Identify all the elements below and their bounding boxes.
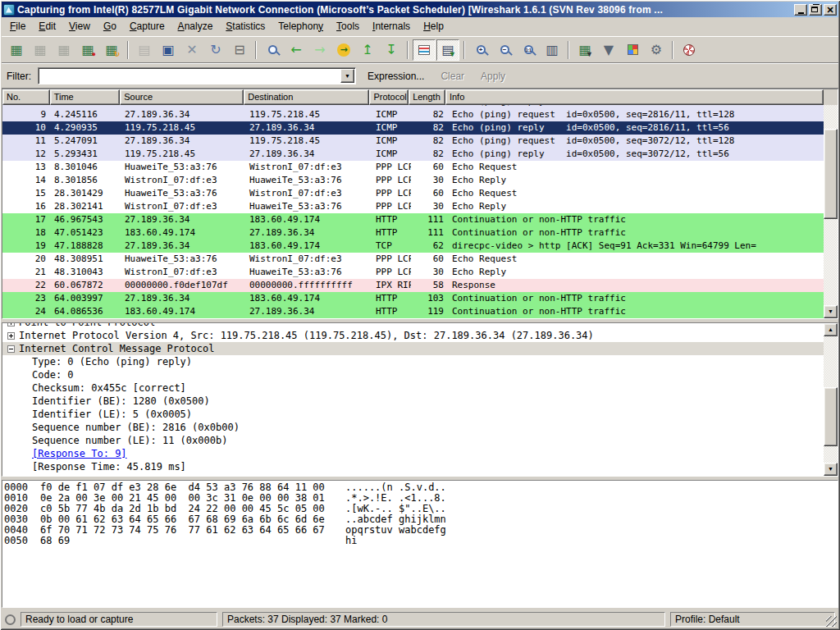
hex-line[interactable]: 00406f 70 71 72 73 74 75 76 77 61 62 63 …	[4, 525, 838, 536]
zoom-out-button[interactable]: −	[493, 39, 516, 61]
go-bottom-icon: ↧	[386, 43, 396, 57]
file-close-button[interactable]: ✕	[180, 39, 203, 61]
restore-button[interactable]	[809, 4, 822, 16]
packet-row[interactable]: 1628.302141WistronI_07:df:e3HuaweiTe_53:…	[2, 200, 824, 213]
column-header-protocol[interactable]: Protocol	[369, 89, 409, 105]
packet-row[interactable]: 138.301046HuaweiTe_53:a3:76WistronI_07:d…	[2, 161, 824, 174]
go-to-packet-button[interactable]: →	[332, 39, 355, 61]
menu-help[interactable]: Help	[417, 18, 450, 35]
go-back-button[interactable]: ←	[285, 39, 308, 61]
scrollbar-thumb[interactable]	[824, 387, 838, 446]
scrollbar-thumb[interactable]	[824, 129, 838, 219]
menu-go[interactable]: Go	[97, 18, 123, 35]
reload-button[interactable]: ↻	[204, 39, 227, 61]
display-filter-button[interactable]: ▼	[597, 39, 620, 61]
find-packet-icon	[268, 45, 277, 54]
menu-internals[interactable]: Internals	[366, 18, 417, 35]
packet-row[interactable]: 148.301856WistronI_07:df:e3HuaweiTe_53:a…	[2, 174, 824, 187]
column-header-time[interactable]: Time	[50, 89, 121, 105]
menu-tools[interactable]: Tools	[330, 18, 366, 35]
capture-stop-button[interactable]: ▦●	[76, 39, 99, 61]
list-interfaces-button[interactable]: ▦	[5, 39, 28, 61]
autoscroll-button[interactable]: ▤▼	[436, 39, 459, 61]
coloring-rules-button[interactable]	[621, 39, 644, 61]
packet-row[interactable]: 2148.310043WistronI_07:df:e3HuaweiTe_53:…	[2, 266, 824, 279]
cell-source: 119.75.218.45	[121, 148, 245, 161]
packet-list-scrollbar[interactable]: ▲ ▼	[824, 89, 838, 318]
scroll-up-arrow-icon[interactable]: ▲	[824, 323, 838, 336]
apply-button[interactable]: Apply	[476, 69, 510, 84]
packet-row[interactable]: 1528.301429HuaweiTe_53:a3:76WistronI_07:…	[2, 187, 824, 200]
expand-icon[interactable]	[7, 332, 15, 340]
detail-line[interactable]: Sequence number (BE): 2816 (0x0b00)	[2, 421, 824, 434]
preferences-button[interactable]: ⚙	[645, 39, 668, 61]
filter-input[interactable]	[41, 70, 340, 83]
expression-button[interactable]: Expression...	[363, 69, 429, 84]
detail-line[interactable]: Internet Control Message Protocol	[2, 342, 824, 355]
detail-line[interactable]: Point-to-Point Protocol	[2, 323, 824, 329]
packet-row[interactable]: 1746.96754327.189.36.34183.60.49.174HTTP…	[2, 213, 824, 226]
hex-line[interactable]: 005068 69hi	[4, 536, 838, 546]
packet-row[interactable]: 2260.06787200000000.f0def107df00000000.f…	[2, 279, 824, 292]
scroll-down-arrow-icon[interactable]: ▼	[824, 305, 838, 318]
packet-row[interactable]: 1847.051423183.60.49.17427.189.36.34HTTP…	[2, 226, 824, 240]
menu-file[interactable]: File	[3, 18, 32, 35]
detail-line[interactable]: Identifier (LE): 5 (0x0005)	[2, 408, 824, 421]
detail-line[interactable]: [Response Time: 45.819 ms]	[2, 460, 824, 473]
detail-line[interactable]: Identifier (BE): 1280 (0x0500)	[2, 395, 824, 408]
resize-grip[interactable]	[826, 616, 837, 627]
filter-dropdown-button[interactable]: ▼	[340, 69, 354, 83]
packet-bytes-pane[interactable]: 0000f0 de f1 07 df e3 28 6e d4 53 a3 76 …	[2, 480, 838, 608]
packet-row[interactable]: 104.290935119.75.218.4527.189.36.34ICMP8…	[2, 121, 824, 135]
packet-row[interactable]: 2464.086536183.60.49.17427.189.36.34HTTP…	[2, 305, 824, 318]
file-save-button[interactable]: ▣	[157, 39, 180, 61]
minimize-button[interactable]	[794, 4, 807, 16]
detail-line[interactable]: Code: 0	[2, 368, 824, 381]
details-scrollbar[interactable]: ▲ ▼	[824, 323, 838, 476]
packet-row[interactable]: 115.24709127.189.36.34119.75.218.45ICMP8…	[2, 135, 824, 148]
column-header-source[interactable]: Source	[120, 89, 244, 105]
zoom-in-button[interactable]: +	[469, 39, 492, 61]
menu-telephony[interactable]: Telephony	[272, 18, 330, 35]
packet-row[interactable]: 2364.00399727.189.36.34183.60.49.174HTTP…	[2, 292, 824, 305]
packet-row[interactable]: 125.293431119.75.218.4527.189.36.34ICMP8…	[2, 148, 824, 161]
menu-statistics[interactable]: Statistics	[219, 18, 272, 35]
go-bottom-button[interactable]: ↧	[380, 39, 403, 61]
detail-line[interactable]: Checksum: 0x455c [correct]	[2, 381, 824, 395]
menu-analyze[interactable]: Analyze	[171, 18, 220, 35]
capture-restart-button[interactable]: ▦↻	[100, 39, 123, 61]
column-header-no[interactable]: No.	[2, 89, 50, 105]
expert-info-icon[interactable]	[5, 614, 16, 625]
capture-filter-button[interactable]: ▦▼	[573, 39, 596, 61]
column-header-destination[interactable]: Destination	[244, 89, 369, 105]
colorize-button[interactable]	[413, 39, 436, 61]
go-forward-button[interactable]: →	[308, 39, 331, 61]
find-packet-button[interactable]	[261, 39, 284, 61]
cell-length: 111	[411, 213, 448, 226]
column-header-length[interactable]: Length	[409, 89, 445, 105]
go-top-button[interactable]: ↥	[356, 39, 379, 61]
menu-edit[interactable]: Edit	[32, 18, 62, 35]
menu-view[interactable]: View	[62, 18, 97, 35]
close-button[interactable]: ✕	[824, 4, 837, 16]
help-button[interactable]	[678, 39, 701, 61]
response-to-link[interactable]: [Response To: 9]	[32, 447, 127, 460]
detail-text: Sequence number (BE): 2816 (0x0b00)	[32, 421, 240, 434]
detail-line[interactable]: Sequence number (LE): 11 (0x000b)	[2, 434, 824, 447]
packet-row[interactable]: 1947.18882827.189.36.34183.60.49.174TCP6…	[2, 240, 824, 253]
profile-selector[interactable]: Profile: Default	[670, 612, 835, 627]
clear-button[interactable]: Clear	[436, 69, 469, 84]
expand-icon[interactable]	[7, 323, 15, 326]
print-button[interactable]: ⊟	[228, 39, 251, 61]
resize-columns-button[interactable]: ▥	[541, 39, 564, 61]
collapse-icon[interactable]	[7, 345, 15, 353]
packet-row[interactable]: 2048.308951HuaweiTe_53:a3:76WistronI_07:…	[2, 253, 824, 266]
zoom-100-button[interactable]: 1:1	[517, 39, 540, 61]
detail-line[interactable]: [Response To: 9]	[2, 447, 824, 460]
detail-line[interactable]: Type: 0 (Echo (ping) reply)	[2, 355, 824, 368]
column-header-info[interactable]: Info	[445, 89, 824, 105]
packet-row[interactable]: 94.24511627.189.36.34119.75.218.45ICMP82…	[2, 108, 824, 121]
detail-line[interactable]: Internet Protocol Version 4, Src: 119.75…	[2, 329, 824, 342]
menu-capture[interactable]: Capture	[123, 18, 171, 35]
scroll-down-arrow-icon[interactable]: ▼	[824, 463, 838, 476]
